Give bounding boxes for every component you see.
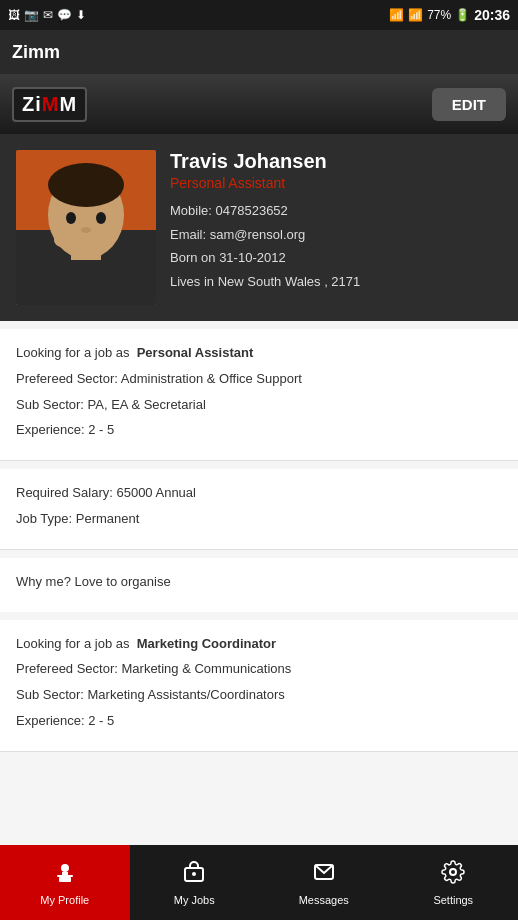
messages-icon <box>312 860 336 890</box>
photo-icon: 📷 <box>24 8 39 22</box>
app-title: Zimm <box>12 42 60 63</box>
job3-sub-sector: Sub Sector: Marketing Assistants/Coordin… <box>16 685 502 706</box>
job2-type: Job Type: Permanent <box>16 509 502 530</box>
battery-text: 77% <box>427 8 451 22</box>
nav-messages[interactable]: Messages <box>259 845 389 920</box>
main-content: Looking for a job as Personal Assistant … <box>0 321 518 845</box>
job-card-2: Required Salary: 65000 Annual Job Type: … <box>0 469 518 550</box>
job-card-1: Looking for a job as Personal Assistant … <box>0 329 518 461</box>
profile-photo <box>16 150 156 305</box>
svg-rect-5 <box>31 260 141 305</box>
profile-info: Travis Johansen Personal Assistant Mobil… <box>170 150 502 295</box>
job1-sub-sector: Sub Sector: PA, EA & Secretarial <box>16 395 502 416</box>
header: ZiMM EDIT <box>0 74 518 134</box>
status-time: 20:36 <box>474 7 510 23</box>
profile-email: Email: sam@rensol.org <box>170 225 502 245</box>
job3-preferred-sector: Prefereed Sector: Marketing & Communicat… <box>16 659 502 680</box>
sms-icon: 💬 <box>57 8 72 22</box>
job3-looking-for: Looking for a job as Marketing Coordinat… <box>16 634 502 655</box>
svg-rect-12 <box>59 877 71 882</box>
svg-point-9 <box>54 232 78 248</box>
logo-text: ZiMM <box>22 93 77 116</box>
why-me-text: Why me? Love to organise <box>16 572 502 593</box>
svg-point-15 <box>192 872 196 876</box>
nav-my-jobs[interactable]: My Jobs <box>130 845 260 920</box>
status-bar: 🖼 📷 ✉ 💬 ⬇ 📶 📶 77% 🔋 20:36 <box>0 0 518 30</box>
job2-salary: Required Salary: 65000 Annual <box>16 483 502 504</box>
download-icon: ⬇ <box>76 8 86 22</box>
nav-settings[interactable]: Settings <box>389 845 519 920</box>
battery-icon: 🔋 <box>455 8 470 22</box>
notification-icon: 🖼 <box>8 8 20 22</box>
job1-looking-for: Looking for a job as Personal Assistant <box>16 343 502 364</box>
status-icons: 🖼 📷 ✉ 💬 ⬇ <box>8 8 86 22</box>
nav-settings-label: Settings <box>433 894 473 906</box>
why-me-section: Why me? Love to organise <box>0 558 518 612</box>
bottom-nav: My Profile My Jobs Messages Sett <box>0 845 518 920</box>
my-profile-icon <box>53 860 77 890</box>
svg-point-10 <box>61 864 69 872</box>
app-title-bar: Zimm <box>0 30 518 74</box>
nav-my-jobs-label: My Jobs <box>174 894 215 906</box>
wifi-icon: 📶 <box>389 8 404 22</box>
svg-point-7 <box>96 212 106 224</box>
svg-point-17 <box>450 869 456 875</box>
profile-mobile: Mobile: 0478523652 <box>170 201 502 221</box>
profile-name: Travis Johansen <box>170 150 502 173</box>
job1-preferred-sector: Prefereed Sector: Administration & Offic… <box>16 369 502 390</box>
nav-my-profile[interactable]: My Profile <box>0 845 130 920</box>
job3-experience: Experience: 2 - 5 <box>16 711 502 732</box>
settings-icon <box>441 860 465 890</box>
svg-point-6 <box>66 212 76 224</box>
nav-my-profile-label: My Profile <box>40 894 89 906</box>
svg-point-8 <box>81 227 91 233</box>
profile-lives: Lives in New South Wales , 2171 <box>170 272 502 292</box>
edit-button[interactable]: EDIT <box>432 88 506 121</box>
profile-card: Travis Johansen Personal Assistant Mobil… <box>0 134 518 321</box>
profile-role: Personal Assistant <box>170 175 502 191</box>
profile-photo-svg <box>16 150 156 305</box>
my-jobs-icon <box>182 860 206 890</box>
mail-icon: ✉ <box>43 8 53 22</box>
svg-rect-13 <box>62 872 68 876</box>
job1-experience: Experience: 2 - 5 <box>16 420 502 441</box>
signal-icon: 📶 <box>408 8 423 22</box>
nav-messages-label: Messages <box>299 894 349 906</box>
svg-point-3 <box>48 163 124 207</box>
system-icons: 📶 📶 77% 🔋 20:36 <box>389 7 510 23</box>
app-logo: ZiMM <box>12 87 87 122</box>
profile-born: Born on 31-10-2012 <box>170 248 502 268</box>
job-card-3: Looking for a job as Marketing Coordinat… <box>0 620 518 752</box>
